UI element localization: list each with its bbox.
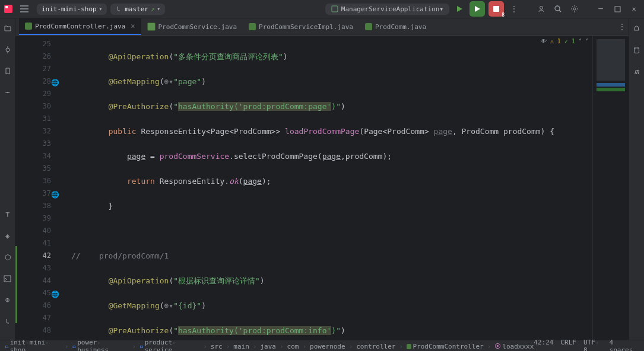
chevron-down-icon: ▾ <box>157 6 160 12</box>
breadcrumb-item[interactable]: main <box>233 343 249 350</box>
method-icon: ⦿ <box>494 343 501 350</box>
breadcrumb[interactable]: ▫ init-mini-shop› ▫ power-business› ▫ pr… <box>5 339 534 351</box>
java-class-icon <box>407 344 411 349</box>
module-icon: ▫ <box>5 343 9 350</box>
typo-count: ✓ 1 <box>564 38 575 44</box>
problems-tool-icon[interactable]: ⊙ <box>1 293 14 307</box>
run-config-label: ManagerServiceApplication <box>341 5 440 13</box>
line-number-gutter[interactable]: 252627 28🌐 29303132 33343536 37🌐 3839404… <box>15 36 56 340</box>
chevron-down-icon: ▾ <box>99 6 102 12</box>
breadcrumb-item[interactable]: power-business <box>77 339 128 351</box>
debug-button[interactable] <box>469 1 485 17</box>
breadcrumb-item[interactable]: product-service <box>145 339 199 351</box>
close-window-icon[interactable]: ✕ <box>627 2 640 15</box>
services-tool-icon[interactable]: ◈ <box>1 229 14 242</box>
bookmarks-tool-icon[interactable] <box>1 65 14 78</box>
run-configuration-selector[interactable]: ManagerServiceApplication ▾ <box>325 4 449 15</box>
code-content[interactable]: @ApiOperation("多条件分页查询商品评论列表") @GetMappi… <box>66 36 592 340</box>
project-selector[interactable]: init-mini-shop ▾ <box>37 4 107 15</box>
code-with-me-icon[interactable] <box>535 2 548 15</box>
breadcrumb-item[interactable]: init-mini-shop <box>10 339 61 351</box>
statusbar: ▫ init-mini-shop› ▫ power-business› ▫ pr… <box>0 340 644 351</box>
svg-point-10 <box>635 47 639 49</box>
svg-rect-7 <box>615 7 620 12</box>
warning-count: ⚠ 1 <box>550 38 561 44</box>
run-button[interactable] <box>453 2 466 15</box>
main-menu-icon[interactable] <box>18 2 31 15</box>
incoming-icon: ↗ <box>151 5 155 13</box>
chevron-down-icon: ▾ <box>439 5 443 13</box>
terminal-tool-icon[interactable] <box>1 272 14 285</box>
intellij-logo-icon <box>4 4 13 14</box>
minimize-icon[interactable]: ─ <box>594 2 607 15</box>
notifications-icon[interactable] <box>630 22 643 35</box>
java-class-icon <box>249 23 256 30</box>
settings-icon[interactable] <box>568 2 581 15</box>
tab-prodcomm[interactable]: ProdComm.java <box>359 18 432 35</box>
more-actions-icon[interactable]: ⋮ <box>507 2 521 15</box>
tabs-more-icon[interactable]: ⋮ <box>616 20 629 33</box>
right-toolwindow-bar: m <box>629 18 644 340</box>
editor-tabs: ProdCommController.java × ProdCommServic… <box>15 18 629 36</box>
tab-prodcommservice[interactable]: ProdCommService.java <box>141 18 243 35</box>
svg-rect-3 <box>493 6 499 12</box>
project-tool-icon[interactable] <box>1 22 14 35</box>
project-name: init-mini-shop <box>42 5 97 13</box>
branch-selector[interactable]: master ↗ ▾ <box>110 4 165 15</box>
tab-label: ProdCommController.java <box>35 23 125 30</box>
breadcrumb-item[interactable]: controller <box>356 343 395 350</box>
chevron-icon: ˄ ˅ <box>579 38 588 44</box>
database-icon[interactable] <box>630 43 643 56</box>
titlebar: init-mini-shop ▾ master ↗ ▾ ManagerServi… <box>0 0 644 18</box>
svg-point-8 <box>6 48 9 52</box>
minimap[interactable] <box>592 36 629 340</box>
svg-rect-1 <box>5 6 8 8</box>
module-icon: ▫ <box>139 343 144 350</box>
svg-rect-2 <box>332 6 338 12</box>
svg-rect-9 <box>4 276 11 282</box>
java-class-icon <box>25 23 32 30</box>
file-encoding[interactable]: UTF-8 <box>583 339 602 351</box>
breadcrumb-item[interactable]: com <box>287 343 299 350</box>
close-icon[interactable]: × <box>131 22 135 30</box>
svg-point-5 <box>555 6 560 11</box>
module-icon: ▫ <box>72 343 77 350</box>
tab-label: ProdComm.java <box>375 23 426 31</box>
url-gutter-icon[interactable]: 🌐 <box>51 76 59 89</box>
inspection-widget[interactable]: 👁 ⚠ 1 ✓ 1 ˄ ˅ <box>541 38 588 44</box>
java-interface-icon <box>147 23 156 31</box>
structure-tool-icon[interactable]: ⊤ <box>1 208 14 221</box>
editor[interactable]: 252627 28🌐 29303132 33343536 37🌐 3839404… <box>15 36 629 340</box>
tab-prodcommcontroller[interactable]: ProdCommController.java × <box>19 18 141 35</box>
indent-setting[interactable]: 4 spaces <box>610 339 639 351</box>
java-class-icon <box>365 23 372 30</box>
svg-point-4 <box>540 7 543 9</box>
url-gutter-icon[interactable]: 🌐 <box>51 189 59 201</box>
maven-icon[interactable]: m <box>630 65 643 78</box>
breadcrumb-item[interactable]: ProdCommController <box>413 343 483 350</box>
search-icon[interactable] <box>551 2 564 15</box>
tab-label: ProdCommService.java <box>158 23 237 31</box>
left-toolwindow-bar: ⋯ ⊤ ◈ ⬡ ⊙ <box>0 18 15 340</box>
breadcrumb-item[interactable]: loadxxxx <box>502 343 534 350</box>
breadcrumb-item[interactable]: java <box>260 343 276 350</box>
more-tool-icon[interactable]: ⋯ <box>1 86 14 99</box>
svg-point-6 <box>573 8 576 10</box>
breadcrumb-item[interactable]: powernode <box>310 343 345 350</box>
stop-button[interactable]: 8 <box>488 1 504 17</box>
maximize-icon[interactable] <box>611 2 624 15</box>
build-tool-icon[interactable]: ⬡ <box>1 251 14 264</box>
line-separator[interactable]: CRLF <box>560 339 576 351</box>
commit-tool-icon[interactable] <box>1 43 14 56</box>
tab-prodcommserviceimpl[interactable]: ProdCommServiceImpl.java <box>243 18 359 35</box>
caret-position[interactable]: 42:24 <box>534 339 553 351</box>
vcs-tool-icon[interactable] <box>1 315 14 328</box>
url-gutter-icon[interactable]: 🌐 <box>51 288 59 301</box>
breadcrumb-item[interactable]: src <box>211 343 223 350</box>
tab-label: ProdCommServiceImpl.java <box>259 23 353 31</box>
branch-name: master <box>125 5 148 13</box>
eye-icon: 👁 <box>541 38 547 44</box>
